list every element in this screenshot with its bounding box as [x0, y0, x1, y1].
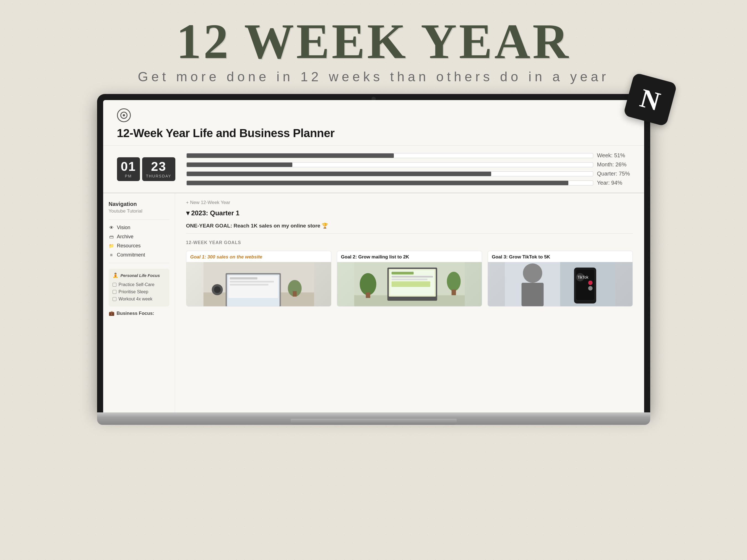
progress-row-week: Week: 51%: [186, 152, 630, 159]
clock-hour-block: 01 PM: [117, 157, 140, 181]
svg-rect-6: [230, 281, 274, 283]
progress-bar-container-year: [186, 181, 593, 185]
resources-icon: 📁: [109, 243, 114, 248]
goal-card-2-image: [337, 262, 482, 306]
svg-rect-24: [452, 290, 456, 295]
goals-grid: Goal 1: 300 sales on the website: [186, 251, 633, 306]
clock-day: THURSDAY: [146, 174, 172, 178]
top-bar: 12-Week Year Life and Business Planner: [103, 100, 644, 146]
goal-card-3-image: TikTok: [488, 262, 633, 306]
svg-rect-19: [391, 278, 427, 280]
briefcase-icon: 💼: [109, 311, 114, 316]
progress-bars: Week: 51% Month: 26%: [186, 152, 630, 186]
progress-label-week: Week: 51%: [597, 152, 630, 159]
laptop-wrapper: N 12-Week Year Life and Business Planner: [97, 94, 650, 425]
progress-section: 01 PM 23 THURSDAY: [103, 146, 644, 193]
svg-rect-18: [391, 276, 433, 277]
sidebar-item-archive-label: Archive: [117, 234, 134, 240]
goal-card-1[interactable]: Goal 1: 300 sales on the website: [186, 251, 331, 306]
goal-card-2-title: Goal 2: Grow mailing list to 2K: [337, 251, 482, 262]
goal-card-1-title: Goal 1: 300 sales on the website: [186, 251, 331, 262]
progress-bar-container-week: [186, 153, 593, 158]
person-icon: 🧘: [112, 272, 119, 278]
vision-icon: 👁: [109, 225, 114, 230]
svg-point-33: [588, 281, 593, 285]
goal-card-3[interactable]: Goal 3: Grow TikTok to 5K: [488, 251, 633, 306]
nav-divider-1: [109, 219, 169, 220]
quarter-header[interactable]: ▾ 2023: Quarter 1: [186, 209, 633, 217]
goal-card-1-image: [186, 262, 331, 306]
checkbox-2[interactable]: [112, 290, 117, 294]
progress-bar-fill-quarter: [187, 172, 491, 176]
progress-label-quarter: Quarter: 75%: [597, 170, 630, 177]
progress-bar-container-quarter: [186, 171, 593, 176]
focus-item-3[interactable]: Workout 4x week: [112, 295, 165, 303]
new-year-button[interactable]: + New 12-Week Year: [186, 200, 633, 205]
target-icon: [120, 112, 128, 119]
nav-divider-2: [109, 263, 169, 263]
svg-point-11: [214, 286, 221, 293]
clock-minute: 23: [146, 160, 172, 173]
focus-item-1-label: Practice Self-Care: [119, 282, 155, 287]
laptop-base: [97, 412, 650, 425]
sidebar-item-resources-label: Resources: [117, 243, 141, 249]
commitment-icon: ≡: [109, 252, 114, 258]
clock-ampm: PM: [121, 174, 136, 178]
progress-bar-container-month: [186, 162, 593, 167]
archive-icon: 🗃: [109, 234, 114, 239]
focus-item-2-label: Prioritise Sleep: [119, 289, 149, 294]
subtitle: Get more done in 12 weeks than others do…: [0, 69, 747, 84]
svg-rect-9: [292, 291, 297, 297]
progress-row-month: Month: 26%: [186, 161, 630, 168]
business-focus: 💼 Business Focus:: [109, 311, 169, 316]
progress-label-year: Year: 94%: [597, 180, 630, 186]
svg-point-21: [360, 273, 376, 295]
goal-card-3-title: Goal 3: Grow TikTok to 5K: [488, 251, 633, 262]
screen-bezel: 12-Week Year Life and Business Planner 0…: [97, 94, 650, 412]
svg-rect-36: [522, 283, 544, 306]
app-icon: [117, 108, 131, 122]
nav-subtitle: Youtube Tutorial: [109, 208, 169, 214]
svg-rect-5: [230, 277, 257, 279]
svg-point-22: [447, 272, 461, 291]
svg-rect-23: [366, 292, 370, 298]
clock-hour: 01: [121, 160, 136, 173]
progress-bar-fill-month: [187, 162, 292, 167]
app-content: 12-Week Year Life and Business Planner 0…: [103, 100, 644, 412]
progress-row-year: Year: 94%: [186, 180, 630, 186]
progress-bar-fill-week: [187, 153, 394, 158]
main-title: 12 WEEK YEAR: [0, 17, 747, 66]
sidebar-item-vision-label: Vision: [117, 225, 131, 231]
notion-logo: N: [637, 82, 664, 117]
progress-bar-fill-year: [187, 181, 569, 185]
svg-rect-7: [230, 284, 268, 286]
svg-point-35: [523, 263, 542, 283]
sidebar-item-commitment[interactable]: ≡ Commitment: [109, 250, 169, 260]
focus-section: 🧘 Personal Life Focus Practice Self-Care: [109, 269, 169, 306]
business-focus-label: Business Focus:: [117, 311, 154, 316]
main-area: Navigation Youtube Tutorial 👁 Vision 🗃 A…: [103, 193, 644, 412]
sidebar: Navigation Youtube Tutorial 👁 Vision 🗃 A…: [103, 193, 175, 412]
svg-point-34: [588, 286, 593, 291]
focus-item-2[interactable]: Prioritise Sleep: [112, 288, 165, 295]
screen-inner: 12-Week Year Life and Business Planner 0…: [103, 100, 644, 412]
focus-title: 🧘 Personal Life Focus: [112, 272, 165, 278]
checkbox-3[interactable]: [112, 297, 117, 301]
one-year-goal: ONE-YEAR GOAL: Reach 1K sales on my onli…: [186, 222, 633, 234]
sidebar-item-vision[interactable]: 👁 Vision: [109, 223, 169, 232]
progress-label-month: Month: 26%: [597, 161, 630, 168]
sidebar-item-resources[interactable]: 📁 Resources: [109, 241, 169, 250]
checkbox-1[interactable]: [112, 283, 117, 287]
page-title: 12-Week Year Life and Business Planner: [117, 127, 630, 140]
svg-rect-17: [391, 272, 413, 274]
nav-title: Navigation: [109, 201, 169, 207]
goal-card-2[interactable]: Goal 2: Grow mailing list to 2K: [337, 251, 482, 306]
focus-item-1[interactable]: Practice Self-Care: [112, 281, 165, 288]
sidebar-item-commitment-label: Commitment: [117, 252, 145, 258]
content-area: + New 12-Week Year ▾ 2023: Quarter 1 ONE…: [175, 193, 644, 412]
clock-widget: 01 PM 23 THURSDAY: [117, 157, 175, 181]
focus-item-3-label: Workout 4x week: [119, 297, 152, 301]
focus-title-text: Personal Life Focus: [121, 273, 160, 278]
svg-rect-20: [391, 282, 430, 287]
sidebar-item-archive[interactable]: 🗃 Archive: [109, 232, 169, 241]
